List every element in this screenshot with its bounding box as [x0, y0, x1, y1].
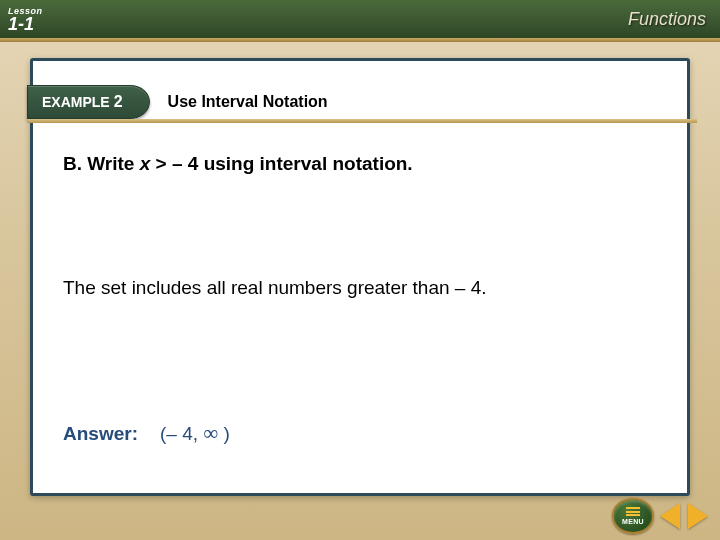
footer-controls: MENU — [612, 498, 710, 534]
answer-label: Answer: — [63, 423, 138, 445]
problem-statement: B. Write x > – 4 using interval notation… — [63, 153, 413, 175]
answer-row: Answer: (– 4, ∞ ) — [63, 421, 230, 446]
example-tab-number: 2 — [114, 93, 123, 111]
example-header: EXAMPLE 2 Use Interval Notation — [27, 85, 328, 119]
answer-close: ) — [218, 423, 230, 444]
answer-value: (– 4, ∞ ) — [160, 421, 230, 446]
hamburger-icon — [626, 507, 640, 516]
answer-open: (– 4, — [160, 423, 203, 444]
problem-rest: > – 4 using interval notation. — [150, 153, 412, 174]
example-tab: EXAMPLE 2 — [27, 85, 150, 119]
infinity-symbol: ∞ — [203, 421, 218, 445]
problem-prefix: B. Write — [63, 153, 140, 174]
top-bar: Lesson 1-1 Functions — [0, 0, 720, 38]
slide: Lesson 1-1 Functions EXAMPLE 2 Use Inter… — [0, 0, 720, 540]
explanation-text: The set includes all real numbers greate… — [63, 277, 487, 299]
lesson-badge: Lesson 1-1 — [0, 6, 43, 32]
chevron-right-icon — [688, 503, 708, 529]
lesson-number: 1-1 — [8, 16, 34, 32]
topbar-divider — [0, 38, 720, 42]
prev-button[interactable] — [658, 501, 682, 531]
example-tab-word: EXAMPLE — [42, 94, 110, 110]
menu-label: MENU — [622, 518, 644, 525]
example-divider — [27, 119, 697, 123]
menu-button[interactable]: MENU — [612, 498, 654, 534]
next-button[interactable] — [686, 501, 710, 531]
content-frame: EXAMPLE 2 Use Interval Notation B. Write… — [30, 58, 690, 496]
problem-variable: x — [140, 153, 151, 174]
chapter-title: Functions — [628, 9, 720, 30]
example-title: Use Interval Notation — [168, 93, 328, 111]
chevron-left-icon — [660, 503, 680, 529]
